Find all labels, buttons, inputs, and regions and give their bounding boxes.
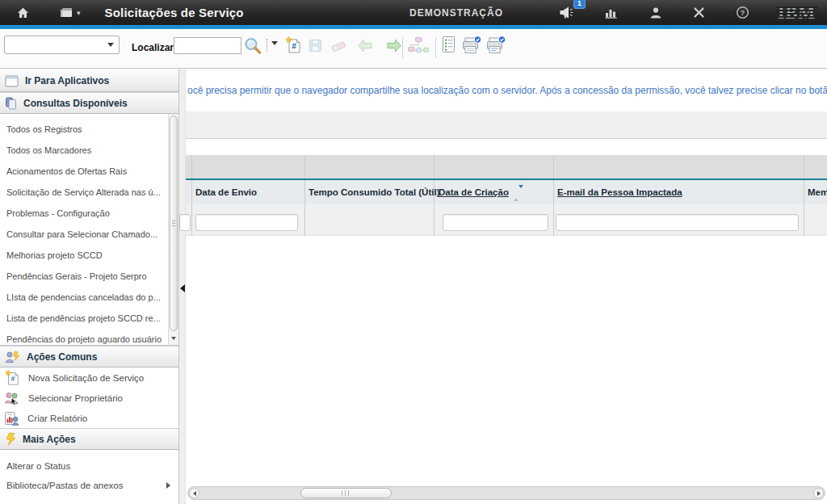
scroll-right-button[interactable]	[813, 488, 824, 498]
column-separator	[191, 155, 192, 236]
lightning-icon	[5, 432, 16, 446]
sidebar-header-available-queries[interactable]: Consultas Disponíveis	[0, 92, 178, 114]
toolbar-separator	[402, 37, 403, 58]
filter-input-cut[interactable]	[179, 214, 191, 231]
run-reports-button[interactable]	[441, 36, 456, 57]
query-combobox[interactable]	[4, 36, 120, 54]
profile-button[interactable]	[645, 4, 666, 22]
clear-changes-button[interactable]	[330, 39, 347, 57]
home-button[interactable]	[10, 3, 36, 23]
toolbar: Localizar: #	[0, 29, 827, 69]
collapsed-section-bar	[186, 111, 827, 139]
svg-text:#: #	[292, 42, 296, 51]
sidebar-header-more-actions[interactable]: Mais Ações	[0, 428, 178, 450]
person-lightning-icon	[5, 351, 20, 363]
query-combobox-input[interactable]	[5, 36, 107, 53]
svg-text:?: ?	[741, 8, 745, 17]
scrollbar-down-button[interactable]	[170, 333, 178, 344]
query-item[interactable]: LIsta de pendencias canceladas do p...	[0, 287, 164, 308]
column-header-data-de-criacao[interactable]: Data de Criação	[439, 180, 523, 204]
notification-badge: 1	[573, 0, 586, 9]
query-item[interactable]: Todos os Registros	[0, 119, 164, 140]
save-icon	[308, 38, 323, 53]
action-select-owner[interactable]: Selecionar Proprietário	[0, 388, 178, 408]
application-window-icon	[5, 75, 19, 87]
action-new-service-request[interactable]: # Nova Solicitação de Serviço	[0, 368, 178, 388]
workflow-icon	[407, 36, 430, 56]
print-button[interactable]	[461, 36, 482, 57]
collapse-sidebar-handle[interactable]	[180, 284, 185, 292]
horizontal-scrollbar[interactable]	[187, 486, 825, 500]
topbar: ▾ Solicitações de Serviço DEMONSTRAÇÃO 1…	[0, 0, 827, 25]
scrollbar-thumb[interactable]	[300, 488, 392, 498]
arrow-down-icon	[171, 337, 176, 340]
query-item[interactable]: Problemas - Configuração	[0, 203, 164, 224]
column-separator	[304, 155, 305, 236]
sidebar-header-common-actions[interactable]: Ações Comuns	[0, 346, 178, 368]
sort-icon[interactable]	[514, 181, 523, 205]
arrow-left-icon	[193, 491, 196, 496]
scrollbar-thumb[interactable]	[170, 116, 178, 331]
sidebar-header-label: Consultas Disponíveis	[23, 98, 128, 109]
query-item[interactable]: Consultar para Selecionar Chamado...	[0, 224, 164, 245]
query-item[interactable]: Pendências do projeto aguardo usuário	[0, 329, 164, 346]
filter-input-data-de-envio[interactable]	[195, 214, 298, 231]
svg-text:#: #	[10, 376, 15, 384]
scrollbar-grip-icon	[172, 220, 175, 227]
help-icon: ?	[736, 6, 749, 19]
new-service-request-button[interactable]: #	[284, 36, 302, 57]
find-input[interactable]	[174, 37, 241, 54]
query-item[interactable]: Todos os Marcadores	[0, 140, 164, 161]
eraser-icon	[330, 39, 347, 54]
column-header-label[interactable]: Data de Criação	[439, 187, 509, 197]
print-with-details-button[interactable]	[485, 36, 506, 57]
report-list-icon	[441, 36, 456, 54]
sidebar-header-label: Mais Ações	[23, 434, 76, 445]
route-workflow-button[interactable]	[407, 36, 430, 58]
action-attachments-library[interactable]: Biblioteca/Pastas de anexos	[0, 476, 178, 495]
search-button[interactable]	[243, 36, 263, 58]
select-owner-icon	[4, 391, 20, 405]
next-arrow-icon	[386, 38, 403, 53]
filter-input-email[interactable]	[556, 214, 799, 231]
bar-chart-icon	[604, 6, 619, 19]
action-label: Nova Solicitação de Serviço	[28, 373, 144, 383]
query-item[interactable]: Lista de pendências projeto SCCD re...	[0, 308, 164, 329]
environment-label: DEMONSTRAÇÃO	[409, 7, 503, 19]
page-title: Solicitações de Serviço	[105, 6, 244, 19]
find-label: Localizar:	[132, 42, 177, 53]
query-item[interactable]: Melhorias projeto SCCD	[0, 245, 164, 266]
sidebar-header-label: Ir Para Aplicativos	[25, 75, 109, 86]
app-switcher-button[interactable]: ▾	[54, 3, 86, 22]
scroll-left-button[interactable]	[189, 488, 199, 498]
close-icon	[693, 6, 705, 19]
table-toolbar	[186, 155, 827, 178]
combobox-caret-icon[interactable]	[107, 43, 114, 47]
action-change-status[interactable]: Alterar o Status	[0, 456, 178, 476]
announcements-button[interactable]: 1	[553, 3, 577, 22]
reports-button[interactable]	[600, 4, 623, 21]
home-icon	[16, 6, 30, 19]
filter-input-data-de-criacao[interactable]	[443, 214, 548, 231]
action-label: Alterar o Status	[6, 461, 70, 471]
query-list-scrollbar[interactable]	[168, 114, 178, 345]
column-header-email-pessoa-impactada[interactable]: E-mail da Pessoa Impactada	[557, 180, 682, 204]
column-header-tempo-consumido: Tempo Consumido Total (Útil)	[309, 180, 439, 204]
documents-stack-icon	[5, 97, 17, 110]
app-switcher-caret-icon: ▾	[77, 9, 81, 17]
ibm-logo: IBM	[778, 5, 816, 21]
help-button[interactable]: ?	[732, 3, 754, 22]
save-button[interactable]	[308, 38, 323, 56]
next-record-button[interactable]	[386, 38, 403, 56]
search-options-button[interactable]	[271, 45, 278, 57]
close-session-button[interactable]	[689, 4, 709, 21]
query-item[interactable]: Solicitação de Serviço Alterada nas ú...	[0, 182, 164, 203]
action-create-report[interactable]: Criar Relatório	[0, 408, 178, 428]
query-item[interactable]: Pendências Gerais - Projeto Serpro	[0, 266, 164, 287]
previous-record-button[interactable]	[356, 38, 373, 56]
query-item[interactable]: Acionamentos de Ofertas Rais	[0, 161, 164, 182]
toolbar-separator	[435, 37, 436, 58]
sidebar-header-go-to-applications[interactable]: Ir Para Aplicativos	[0, 70, 178, 92]
ibm-logo-stripes	[776, 5, 817, 21]
sidebar: Ir Para Aplicativos Consultas Disponívei…	[0, 69, 179, 504]
